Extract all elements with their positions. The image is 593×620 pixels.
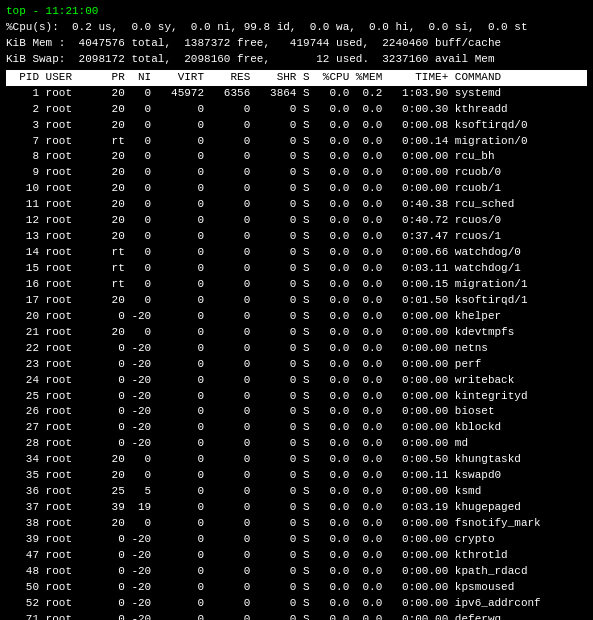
table-row: 16 root rt 0 0 0 0 S 0.0 0.0 0:00.15 mig… (6, 277, 587, 293)
table-row: 24 root 0 -20 0 0 0 S 0.0 0.0 0:00.00 wr… (6, 373, 587, 389)
table-row: 35 root 20 0 0 0 0 S 0.0 0.0 0:00.11 ksw… (6, 468, 587, 484)
table-row: 71 root 0 -20 0 0 0 S 0.0 0.0 0:00.00 de… (6, 612, 587, 620)
table-row: 3 root 20 0 0 0 0 S 0.0 0.0 0:00.08 ksof… (6, 118, 587, 134)
table-row: 8 root 20 0 0 0 0 S 0.0 0.0 0:00.00 rcu_… (6, 149, 587, 165)
table-row: 7 root rt 0 0 0 0 S 0.0 0.0 0:00.14 migr… (6, 134, 587, 150)
mem-line: KiB Mem : 4047576 total, 1387372 free, 4… (6, 36, 587, 52)
table-row: 28 root 0 -20 0 0 0 S 0.0 0.0 0:00.00 md (6, 436, 587, 452)
table-row: 52 root 0 -20 0 0 0 S 0.0 0.0 0:00.00 ip… (6, 596, 587, 612)
table-row: 21 root 20 0 0 0 0 S 0.0 0.0 0:00.00 kde… (6, 325, 587, 341)
table-row: 1 root 20 0 45972 6356 3864 S 0.0 0.2 1:… (6, 86, 587, 102)
table-row: 36 root 25 5 0 0 0 S 0.0 0.0 0:00.00 ksm… (6, 484, 587, 500)
table-row: 11 root 20 0 0 0 0 S 0.0 0.0 0:40.38 rcu… (6, 197, 587, 213)
table-row: 26 root 0 -20 0 0 0 S 0.0 0.0 0:00.00 bi… (6, 404, 587, 420)
table-row: 10 root 20 0 0 0 0 S 0.0 0.0 0:00.00 rcu… (6, 181, 587, 197)
table-row: 50 root 0 -20 0 0 0 S 0.0 0.0 0:00.00 kp… (6, 580, 587, 596)
table-row: 13 root 20 0 0 0 0 S 0.0 0.0 0:37.47 rcu… (6, 229, 587, 245)
top-bar: top - 11:21:00 (6, 4, 587, 20)
table-row: 17 root 20 0 0 0 0 S 0.0 0.0 0:01.50 kso… (6, 293, 587, 309)
table-row: 2 root 20 0 0 0 0 S 0.0 0.0 0:00.30 kthr… (6, 102, 587, 118)
table-row: 25 root 0 -20 0 0 0 S 0.0 0.0 0:00.00 ki… (6, 389, 587, 405)
table-row: 20 root 0 -20 0 0 0 S 0.0 0.0 0:00.00 kh… (6, 309, 587, 325)
table-row: 47 root 0 -20 0 0 0 S 0.0 0.0 0:00.00 kt… (6, 548, 587, 564)
table-row: 37 root 39 19 0 0 0 S 0.0 0.0 0:03.19 kh… (6, 500, 587, 516)
table-row: 9 root 20 0 0 0 0 S 0.0 0.0 0:00.00 rcuo… (6, 165, 587, 181)
table-row: 39 root 0 -20 0 0 0 S 0.0 0.0 0:00.00 cr… (6, 532, 587, 548)
table-row: 22 root 0 -20 0 0 0 S 0.0 0.0 0:00.00 ne… (6, 341, 587, 357)
terminal-window: top - 11:21:00 %Cpu(s): 0.2 us, 0.0 sy, … (6, 4, 587, 620)
process-list: 1 root 20 0 45972 6356 3864 S 0.0 0.2 1:… (6, 86, 587, 620)
table-row: 27 root 0 -20 0 0 0 S 0.0 0.0 0:00.00 kb… (6, 420, 587, 436)
table-row: 12 root 20 0 0 0 0 S 0.0 0.0 0:40.72 rcu… (6, 213, 587, 229)
table-row: 48 root 0 -20 0 0 0 S 0.0 0.0 0:00.00 kp… (6, 564, 587, 580)
swap-line: KiB Swap: 2098172 total, 2098160 free, 1… (6, 52, 587, 68)
table-row: 15 root rt 0 0 0 0 S 0.0 0.0 0:03.11 wat… (6, 261, 587, 277)
cpu-line: %Cpu(s): 0.2 us, 0.0 sy, 0.0 ni, 99.8 id… (6, 20, 587, 36)
table-row: 38 root 20 0 0 0 0 S 0.0 0.0 0:00.00 fsn… (6, 516, 587, 532)
table-row: 23 root 0 -20 0 0 0 S 0.0 0.0 0:00.00 pe… (6, 357, 587, 373)
table-header: PID USER PR NI VIRT RES SHR S %CPU %MEM … (6, 70, 587, 86)
table-row: 14 root rt 0 0 0 0 S 0.0 0.0 0:00.66 wat… (6, 245, 587, 261)
table-row: 34 root 20 0 0 0 0 S 0.0 0.0 0:00.50 khu… (6, 452, 587, 468)
